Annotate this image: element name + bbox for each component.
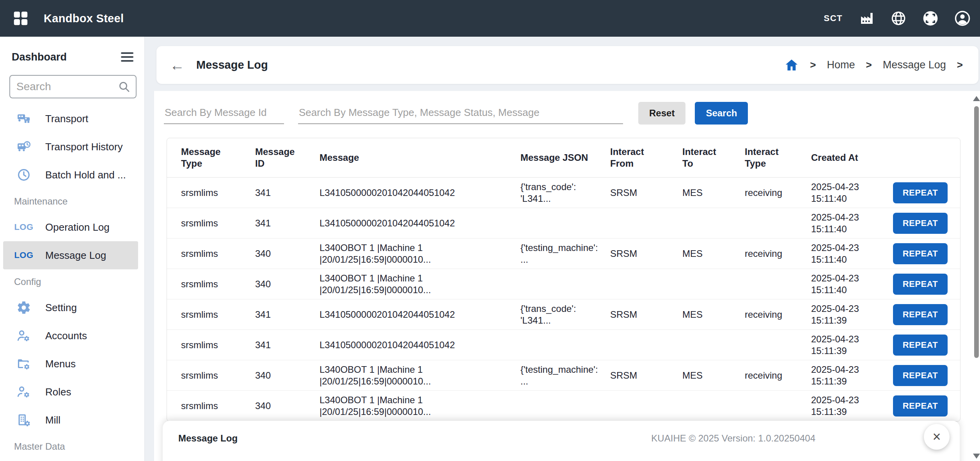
sidebar-search[interactable]: [9, 75, 137, 98]
cell-interact-type: [731, 391, 797, 421]
cell-interact-to: MES: [668, 239, 731, 269]
factory-icon[interactable]: [858, 10, 875, 27]
sidebar-item-menus[interactable]: Menus: [0, 350, 144, 378]
sidebar-item-label: Menus: [45, 358, 76, 370]
breadcrumb-current[interactable]: Message Log: [883, 59, 946, 71]
sidebar-item-batch-hold[interactable]: Batch Hold and ...: [0, 161, 144, 189]
cell-actions: REPEAT: [879, 178, 960, 208]
cell-message-json: [506, 208, 596, 239]
repeat-button[interactable]: REPEAT: [893, 304, 948, 325]
menu-toggle-icon[interactable]: [121, 51, 133, 63]
close-button[interactable]: ×: [924, 424, 950, 450]
cell-actions: REPEAT: [879, 239, 960, 269]
cell-interact-from: [596, 269, 668, 299]
globe-icon[interactable]: [890, 10, 907, 27]
scrollbar[interactable]: [973, 94, 980, 461]
cell-actions: REPEAT: [879, 360, 960, 391]
repeat-button[interactable]: REPEAT: [893, 395, 948, 417]
footer-version: KUAIHE © 2025 Version: 1.0.20250404: [651, 433, 815, 444]
cell-actions: REPEAT: [879, 208, 960, 239]
building-gear-icon: [15, 412, 33, 428]
topbar-left: Kandbox Steel: [12, 9, 124, 27]
repeat-button[interactable]: REPEAT: [893, 335, 948, 356]
reset-button[interactable]: Reset: [638, 102, 685, 125]
cell-message-json: {'trans_code': 'L341...: [506, 178, 596, 208]
sidebar-item-accounts[interactable]: Accounts: [0, 322, 144, 350]
search-button[interactable]: Search: [695, 102, 748, 125]
fullscreen-icon[interactable]: [922, 10, 939, 27]
transport-history-icon: [15, 139, 33, 155]
sidebar-item-operation-log[interactable]: LOG Operation Log: [0, 213, 144, 241]
repeat-button[interactable]: REPEAT: [893, 365, 948, 386]
chevron-right-icon: >: [810, 59, 816, 71]
gear-icon: [15, 300, 33, 315]
table-row: srsmlims 340 L340OBOT 1 |Machine 1 |20/0…: [167, 269, 960, 299]
cell-message-type: srsmlims: [167, 391, 241, 421]
app-grid-icon[interactable]: [12, 9, 30, 27]
cell-interact-from: SRSM: [596, 239, 668, 269]
sidebar-item-label: Message Log: [45, 249, 106, 262]
sidebar-item-message-log[interactable]: LOG Message Log: [3, 241, 138, 269]
cell-actions: REPEAT: [879, 330, 960, 360]
folder-gear-icon: [15, 356, 33, 372]
app-title: Kandbox Steel: [44, 12, 124, 25]
sct-label[interactable]: SCT: [824, 13, 843, 23]
message-id-input[interactable]: [164, 103, 284, 124]
cell-interact-to: [668, 208, 731, 239]
breadcrumb-home[interactable]: Home: [827, 59, 855, 71]
cell-interact-type: [731, 330, 797, 360]
log-icon: LOG: [15, 247, 33, 263]
cell-interact-from: [596, 208, 668, 239]
topbar-right: SCT: [824, 10, 971, 27]
search-icon: [118, 80, 130, 93]
message-query-input[interactable]: [298, 103, 623, 124]
back-button[interactable]: ←: [170, 58, 185, 73]
cell-message-id: 340: [241, 239, 305, 269]
cell-message-id: 341: [241, 208, 305, 239]
account-icon[interactable]: [954, 10, 971, 27]
sidebar-search-input[interactable]: [16, 80, 118, 93]
page-title: Message Log: [196, 59, 268, 71]
sidebar-item-label: Mill: [45, 414, 60, 426]
cell-message: L3410500000201042044051042: [305, 330, 506, 360]
cell-message: L340OBOT 1 |Machine 1 |20/01/25|16:59|00…: [305, 239, 506, 269]
col-interact-to: Interact To: [668, 138, 731, 178]
cell-interact-to: MES: [668, 360, 731, 391]
cell-interact-type: receiving: [731, 360, 797, 391]
cell-interact-type: receiving: [731, 178, 797, 208]
log-icon: LOG: [15, 219, 33, 235]
home-icon[interactable]: [784, 58, 799, 73]
cell-message-type: srsmlims: [167, 299, 241, 330]
table-row: srsmlims 340 L340OBOT 1 |Machine 1 |20/0…: [167, 239, 960, 269]
table-row: srsmlims 341 L3410500000201042044051042 …: [167, 208, 960, 239]
col-message: Message: [305, 138, 506, 178]
sidebar-item-transport[interactable]: Transport: [0, 105, 144, 133]
cell-message-type: srsmlims: [167, 360, 241, 391]
scrollbar-thumb[interactable]: [974, 106, 979, 358]
person-gear-icon: [15, 384, 33, 400]
scroll-up-arrow-icon[interactable]: [973, 96, 980, 101]
sidebar-item-transport-history[interactable]: Transport History: [0, 133, 144, 161]
cell-message-json: [506, 391, 596, 421]
repeat-button[interactable]: REPEAT: [893, 243, 948, 264]
chevron-right-icon: >: [866, 59, 872, 71]
repeat-button[interactable]: REPEAT: [893, 182, 948, 203]
sidebar-item-roles[interactable]: Roles: [0, 378, 144, 406]
cell-message-type: srsmlims: [167, 178, 241, 208]
cell-message-json: [506, 330, 596, 360]
cell-interact-from: SRSM: [596, 178, 668, 208]
topbar: Kandbox Steel SCT: [0, 0, 980, 37]
table-row: srsmlims 341 L3410500000201042044051042 …: [167, 178, 960, 208]
cell-created-at: 2025-04-2315:11:40: [797, 269, 879, 299]
sidebar-item-label: Transport: [45, 113, 88, 125]
cell-created-at: 2025-04-2315:11:39: [797, 391, 879, 421]
sidebar-item-mill[interactable]: Mill: [0, 406, 144, 434]
scroll-down-arrow-icon[interactable]: [973, 454, 980, 459]
repeat-button[interactable]: REPEAT: [893, 213, 948, 234]
repeat-button[interactable]: REPEAT: [893, 274, 948, 295]
col-interact-from: Interact From: [596, 138, 668, 178]
table-row: srsmlims 340 L340OBOT 1 |Machine 1 |20/0…: [167, 360, 960, 391]
sidebar-item-setting[interactable]: Setting: [0, 294, 144, 322]
cell-interact-type: receiving: [731, 239, 797, 269]
cell-created-at: 2025-04-2315:11:39: [797, 360, 879, 391]
